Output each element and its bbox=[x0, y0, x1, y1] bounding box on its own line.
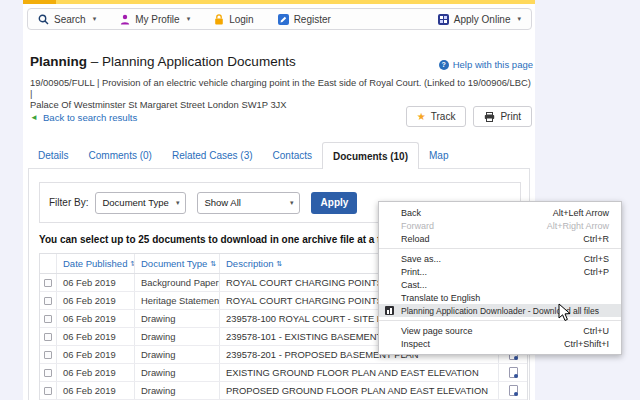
row-checkbox[interactable] bbox=[44, 369, 52, 377]
sort-icon: ⇅ bbox=[277, 260, 283, 268]
menu-item-shortcut: Alt+Left Arrow bbox=[553, 208, 609, 218]
nav-search-label: Search bbox=[54, 14, 86, 25]
row-checkbox[interactable] bbox=[44, 279, 52, 287]
track-button[interactable]: ★ Track bbox=[406, 106, 467, 127]
context-menu-item-translate[interactable]: Translate to English bbox=[379, 291, 621, 304]
star-icon: ★ bbox=[417, 111, 426, 122]
nav-my-profile-label: My Profile bbox=[135, 14, 179, 25]
menu-item-shortcut: Ctrl+R bbox=[583, 234, 609, 244]
context-menu-item-cast[interactable]: Cast... bbox=[379, 278, 621, 291]
nav-apply-online[interactable]: Apply Online ▾ bbox=[438, 14, 521, 25]
table-row: 06 Feb 2019 Drawing PROPOSED GROUND FLOO… bbox=[40, 382, 527, 400]
view-document-icon[interactable] bbox=[509, 367, 518, 378]
row-checkbox[interactable] bbox=[44, 387, 52, 395]
row-type: Heritage Statement bbox=[135, 292, 220, 309]
row-checkbox[interactable] bbox=[44, 333, 52, 341]
view-document-icon[interactable] bbox=[509, 385, 518, 396]
apply-filter-button[interactable]: Apply bbox=[311, 192, 357, 214]
context-menu-item-view-source[interactable]: View page source Ctrl+U bbox=[379, 324, 621, 337]
lock-icon bbox=[214, 14, 224, 25]
document-type-select-value: Document Type bbox=[102, 197, 168, 208]
page-action-buttons: ★ Track Print bbox=[406, 106, 532, 127]
menu-item-label: View page source bbox=[401, 326, 472, 336]
tab-details[interactable]: Details bbox=[28, 142, 79, 169]
page-title-section: Planning bbox=[30, 54, 87, 69]
date-column-label: Date Published bbox=[63, 258, 127, 269]
tab-map[interactable]: Map bbox=[419, 142, 458, 169]
chevron-down-icon: ▾ bbox=[290, 199, 294, 207]
context-menu: Back Alt+Left Arrow Forward Alt+Right Ar… bbox=[378, 201, 622, 355]
tab-related-cases[interactable]: Related Cases (3) bbox=[162, 142, 263, 169]
filter-by-label: Filter By: bbox=[49, 197, 88, 208]
summary-line-2: Palace Of Westminster St Margaret Street… bbox=[30, 99, 287, 110]
tab-comments[interactable]: Comments (0) bbox=[79, 142, 162, 169]
nav-search[interactable]: Search ▾ bbox=[38, 14, 96, 25]
nav-apply-online-label: Apply Online bbox=[454, 14, 511, 25]
print-button-label: Print bbox=[500, 111, 521, 122]
menu-item-shortcut: Ctrl+P bbox=[584, 267, 609, 277]
menu-item-shortcut: Alt+Right Arrow bbox=[547, 221, 609, 231]
back-to-search-link[interactable]: ◄ Back to search results bbox=[30, 112, 137, 123]
table-row: 06 Feb 2019 Drawing EXISTING GROUND FLOO… bbox=[40, 364, 527, 382]
row-type: Drawing bbox=[135, 382, 220, 399]
description-column-label: Description bbox=[226, 258, 274, 269]
menu-item-label: Back bbox=[401, 208, 421, 218]
register-icon bbox=[278, 14, 289, 25]
row-date: 06 Feb 2019 bbox=[57, 382, 135, 399]
main-navbar: Search ▾ My Profile ▾ Login Register App… bbox=[27, 8, 532, 30]
nav-register[interactable]: Register bbox=[278, 14, 331, 25]
site-header-accent-strip bbox=[23, 0, 535, 4]
profile-icon bbox=[120, 14, 130, 25]
row-date: 06 Feb 2019 bbox=[57, 346, 135, 363]
row-type: Drawing bbox=[135, 364, 220, 381]
nav-my-profile[interactable]: My Profile ▾ bbox=[120, 14, 190, 25]
sort-by-type-header[interactable]: Document Type⇅ bbox=[135, 254, 220, 273]
tab-documents[interactable]: Documents (10) bbox=[322, 142, 419, 169]
help-icon: ? bbox=[439, 60, 449, 70]
page-title: Planning – Planning Application Document… bbox=[30, 54, 296, 69]
type-column-label: Document Type bbox=[141, 258, 207, 269]
context-menu-item-reload[interactable]: Reload Ctrl+R bbox=[379, 232, 621, 245]
row-date: 06 Feb 2019 bbox=[57, 364, 135, 381]
context-menu-item-inspect[interactable]: Inspect Ctrl+Shift+I bbox=[379, 337, 621, 350]
show-all-select-value: Show All bbox=[204, 197, 240, 208]
menu-item-shortcut: Ctrl+Shift+I bbox=[564, 339, 609, 349]
row-date: 06 Feb 2019 bbox=[57, 274, 135, 291]
context-menu-item-print[interactable]: Print... Ctrl+P bbox=[379, 265, 621, 278]
print-button[interactable]: Print bbox=[473, 106, 532, 127]
sort-by-date-header[interactable]: Date Published⇅ bbox=[57, 254, 135, 273]
row-checkbox[interactable] bbox=[44, 297, 52, 305]
menu-item-label: Save as... bbox=[401, 254, 441, 264]
site-header-accent-amber bbox=[23, 0, 56, 4]
menu-item-label: Inspect bbox=[401, 339, 430, 349]
row-checkbox[interactable] bbox=[44, 315, 52, 323]
context-menu-item-save-as[interactable]: Save as... Ctrl+S bbox=[379, 252, 621, 265]
chevron-down-icon: ▾ bbox=[176, 199, 180, 207]
menu-item-label: Print... bbox=[401, 267, 427, 277]
row-description: PROPOSED GROUND FLOOR PLAN AND EAST ELEV… bbox=[220, 382, 499, 399]
row-checkbox[interactable] bbox=[44, 351, 52, 359]
show-all-select[interactable]: Show All ▾ bbox=[197, 192, 300, 214]
sort-icon: ⇅ bbox=[210, 260, 216, 268]
context-menu-item-back[interactable]: Back Alt+Left Arrow bbox=[379, 206, 621, 219]
back-arrow-icon: ◄ bbox=[30, 113, 38, 122]
document-type-select[interactable]: Document Type ▾ bbox=[95, 192, 186, 214]
select-column-header bbox=[40, 254, 57, 273]
printer-icon bbox=[484, 112, 495, 122]
mouse-cursor bbox=[558, 303, 571, 322]
back-link-label: Back to search results bbox=[43, 112, 137, 123]
row-type: Drawing bbox=[135, 346, 220, 363]
chevron-down-icon: ▾ bbox=[93, 15, 97, 23]
page-title-rest: – Planning Application Documents bbox=[91, 54, 296, 69]
row-date: 06 Feb 2019 bbox=[57, 292, 135, 309]
row-date: 06 Feb 2019 bbox=[57, 328, 135, 345]
extension-icon bbox=[385, 306, 394, 315]
download-limit-note: You can select up to 25 documents to dow… bbox=[39, 234, 401, 245]
nav-login[interactable]: Login bbox=[214, 14, 253, 25]
summary-line-1: 19/00905/FULL | Provision of an electric… bbox=[30, 77, 531, 99]
track-button-label: Track bbox=[431, 111, 456, 122]
row-type: Drawing bbox=[135, 310, 220, 327]
context-menu-item-planning-downloader[interactable]: Planning Application Downloader - Downlo… bbox=[379, 304, 621, 317]
help-with-page-link[interactable]: ? Help with this page bbox=[439, 59, 533, 70]
tab-contacts[interactable]: Contacts bbox=[263, 142, 322, 169]
